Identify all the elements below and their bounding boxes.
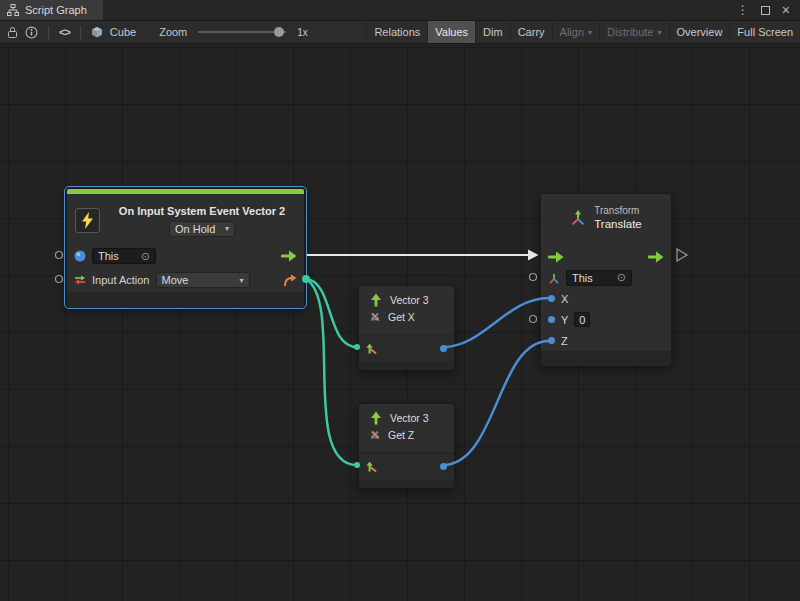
info-icon[interactable]: [25, 26, 38, 39]
maximize-icon[interactable]: [761, 6, 770, 15]
zoom-slider-knob[interactable]: [274, 27, 284, 37]
toolbar-separator: [80, 26, 81, 39]
event-icon-box: [75, 208, 100, 233]
node-header: On Input System Event Vector 2 On Hold ▾: [67, 194, 304, 244]
zoom-slider[interactable]: [198, 31, 286, 33]
node-footer: [359, 480, 454, 488]
toolbar-button-values[interactable]: Values: [427, 21, 475, 43]
port-row-z: Z: [541, 330, 671, 351]
object-picker-icon[interactable]: ⊙: [617, 272, 626, 283]
port-label-y: Y: [561, 314, 568, 326]
wire-event-to-get-x[interactable]: [306, 279, 357, 347]
this-object-field[interactable]: This ⊙: [92, 248, 156, 264]
this-object-field[interactable]: This ⊙: [566, 270, 632, 286]
axes-icon: [548, 272, 560, 284]
node-title-line: Get X: [369, 311, 444, 323]
code-icon[interactable]: <>: [59, 26, 70, 38]
node-footer: [541, 351, 671, 366]
node-category-line: Vector 3: [369, 411, 444, 425]
input-action-row: Input Action Move ▾: [67, 268, 304, 292]
node-vector3-get-x[interactable]: Vector 3 Get X: [358, 285, 455, 370]
vector3-icon: [369, 293, 383, 307]
graph-toolbar: <> Cube Zoom 1x Relations Values Dim Car…: [0, 21, 800, 44]
on-hold-dropdown[interactable]: On Hold ▾: [169, 221, 235, 237]
input-action-icon: [74, 274, 86, 286]
node-header: Transform Translate: [541, 194, 671, 241]
node-title: Translate: [594, 218, 642, 230]
port-row: [359, 334, 454, 362]
gameobject-icon: [74, 250, 86, 262]
port-row-x: X: [541, 288, 671, 309]
script-graph-window: Script Graph ⋮ × <>: [0, 0, 800, 601]
node-vector3-get-z[interactable]: Vector 3 Get Z: [358, 403, 455, 488]
get-component-icon: [369, 429, 381, 441]
toolbar-separator: [48, 26, 49, 39]
toolbar-button-relations[interactable]: Relations: [366, 21, 427, 43]
flow-output-arrow-icon[interactable]: [648, 251, 664, 263]
lightning-icon: [81, 212, 94, 229]
cube-icon: [91, 26, 103, 38]
port-row: [359, 452, 454, 480]
move-dropdown[interactable]: Move ▾: [156, 272, 250, 288]
zoom-label: Zoom: [159, 26, 187, 38]
node-title-line: Get Z: [369, 429, 444, 441]
output-port-dot[interactable]: [440, 463, 447, 470]
output-port-dot[interactable]: [440, 345, 447, 352]
get-component-icon: [369, 311, 381, 323]
translate-this-input-port[interactable]: [530, 274, 537, 281]
close-icon[interactable]: ×: [782, 3, 790, 17]
node-on-input-system-event[interactable]: On Input System Event Vector 2 On Hold ▾…: [66, 188, 305, 307]
port-dot-y[interactable]: [548, 316, 555, 323]
vector-input-port-icon[interactable]: [366, 343, 378, 355]
object-picker-icon[interactable]: ⊙: [141, 251, 150, 262]
window-controls: ⋮ ×: [737, 0, 800, 20]
tab-script-graph[interactable]: Script Graph: [0, 0, 103, 20]
vector2-output-arrow-icon[interactable]: [283, 274, 297, 287]
port-dot-z[interactable]: [548, 337, 555, 344]
wire-get-z-to-translate-z[interactable]: [443, 341, 549, 465]
port-label-x: X: [561, 293, 568, 305]
node-header: Vector 3 Get Z: [359, 404, 454, 452]
titlebar: Script Graph ⋮ ×: [0, 0, 800, 21]
flow-input-arrow-icon[interactable]: [548, 251, 564, 263]
port-dot-x[interactable]: [548, 295, 555, 302]
node-body: This ⊙ X Y 0 Z: [541, 241, 671, 351]
node-category: Vector 3: [390, 294, 429, 306]
wire-get-x-to-translate-x[interactable]: [443, 298, 549, 347]
chevron-down-icon: ▾: [588, 28, 592, 37]
toolbar-button-align[interactable]: Align ▾: [552, 21, 599, 43]
node-title: On Input System Event Vector 2: [119, 205, 285, 217]
chevron-down-icon: ▾: [239, 276, 243, 285]
node-category-line: Vector 3: [369, 293, 444, 307]
event-action-input-port[interactable]: [56, 276, 63, 283]
toolbar-button-dim[interactable]: Dim: [475, 21, 510, 43]
node-header-text: Transform Translate: [594, 205, 642, 230]
toolbar-button-full-screen[interactable]: Full Screen: [729, 21, 800, 43]
vector-input-port-icon[interactable]: [366, 461, 378, 473]
y-value-field[interactable]: 0: [574, 312, 590, 327]
wire-event-to-get-z[interactable]: [306, 279, 357, 465]
lock-icon[interactable]: [7, 26, 18, 39]
graph-canvas[interactable]: On Input System Event Vector 2 On Hold ▾…: [0, 44, 800, 601]
node-transform-translate[interactable]: Transform Translate: [540, 193, 672, 365]
kebab-menu-icon[interactable]: ⋮: [737, 4, 749, 16]
toolbar-button-overview[interactable]: Overview: [669, 21, 730, 43]
script-graph-icon: [7, 4, 19, 16]
event-this-input-port[interactable]: [56, 252, 63, 259]
translate-flow-output-port[interactable]: [677, 249, 687, 261]
toolbar-button-distribute[interactable]: Distribute ▾: [599, 21, 668, 43]
this-port-row: This ⊙: [67, 244, 304, 268]
port-label-z: Z: [561, 335, 568, 347]
tab-title: Script Graph: [25, 4, 87, 16]
target-object-label[interactable]: Cube: [110, 26, 136, 38]
port-row-y: Y 0: [541, 309, 671, 330]
toolbar-button-group: Relations Values Dim Carry Align ▾ Distr…: [366, 21, 800, 43]
input-action-label: Input Action: [92, 274, 150, 286]
node-header: Vector 3 Get X: [359, 286, 454, 334]
node-title: Get X: [388, 311, 415, 323]
translate-y-input-port[interactable]: [530, 316, 537, 323]
flow-output-arrow-icon[interactable]: [281, 250, 297, 262]
toolbar-button-carry[interactable]: Carry: [510, 21, 552, 43]
chevron-down-icon: ▾: [225, 224, 229, 233]
flow-port-row: [541, 246, 671, 267]
